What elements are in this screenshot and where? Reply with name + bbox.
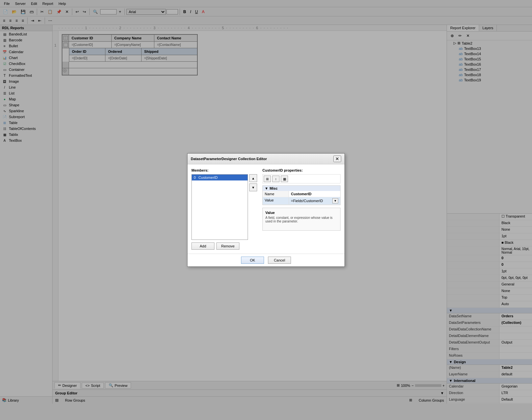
modal-members-section: Members: 0 CustomerID ▲ ▼ Add R xyxy=(191,168,257,250)
member-index: 0 xyxy=(194,176,196,179)
modal-propvalue-value[interactable]: =Fields!CustomerID ▼ xyxy=(289,197,340,204)
modal-dialog: DatasetParameterDesigner Collection Edit… xyxy=(187,153,345,267)
ok-btn[interactable]: OK xyxy=(241,257,264,264)
member-label: CustomerID xyxy=(198,176,218,179)
modal-section-misc: ▼ Misc xyxy=(263,186,340,191)
modal-propname-value: CustomerID xyxy=(289,191,340,197)
modal-prop-toolbar: ⊞ ↕ ▦ xyxy=(262,174,341,183)
member-move-btns: ▲ ▼ xyxy=(249,174,257,191)
prop-filter-btn[interactable]: ▦ xyxy=(281,176,288,182)
member-item-0[interactable]: 0 CustomerID xyxy=(192,175,248,180)
prop-sort-btn[interactable]: ↕ xyxy=(272,176,279,182)
members-listbox[interactable]: 0 CustomerID xyxy=(191,174,248,240)
desc-text: A field, constant, or expression whose v… xyxy=(265,216,338,223)
members-label: Members: xyxy=(191,168,257,172)
modal-propvalue-text: =Fields!CustomerID xyxy=(291,199,323,203)
misc-label: Misc xyxy=(270,186,277,190)
modal-properties-section: CustomerID properties: ⊞ ↕ ▦ ▼ Misc Name… xyxy=(262,168,341,250)
prop-grid-btn[interactable]: ⊞ xyxy=(264,176,271,182)
modal-action-btns: Add Remove xyxy=(191,242,257,250)
modal-description: Value A field, constant, or expression w… xyxy=(262,208,341,231)
modal-close-btn[interactable]: ✕ xyxy=(333,156,341,162)
modal-propvalue-label: Value xyxy=(263,197,289,204)
propvalue-dropdown-btn[interactable]: ▼ xyxy=(332,198,338,203)
cancel-btn[interactable]: Cancel xyxy=(268,257,291,264)
modal-footer: OK Cancel xyxy=(188,254,344,266)
move-down-btn[interactable]: ▼ xyxy=(249,183,257,191)
remove-btn[interactable]: Remove xyxy=(216,242,239,250)
modal-prop-value-row[interactable]: Value =Fields!CustomerID ▼ xyxy=(263,197,340,205)
move-up-btn[interactable]: ▲ xyxy=(249,174,257,182)
modal-overlay: DatasetParameterDesigner Collection Edit… xyxy=(0,0,532,420)
desc-title: Value xyxy=(265,211,338,215)
modal-propname-label: Name xyxy=(263,191,289,197)
modal-body: Members: 0 CustomerID ▲ ▼ Add R xyxy=(188,164,344,254)
modal-title-text: DatasetParameterDesigner Collection Edit… xyxy=(191,157,267,161)
props-title: CustomerID properties: xyxy=(262,168,341,172)
misc-arrow: ▼ xyxy=(265,186,268,190)
modal-title-bar: DatasetParameterDesigner Collection Edit… xyxy=(188,154,344,164)
add-btn[interactable]: Add xyxy=(191,242,214,250)
modal-props-grid: ▼ Misc Name CustomerID Value =Fields!Cus… xyxy=(262,185,341,205)
modal-prop-name-row: Name CustomerID xyxy=(263,191,340,197)
